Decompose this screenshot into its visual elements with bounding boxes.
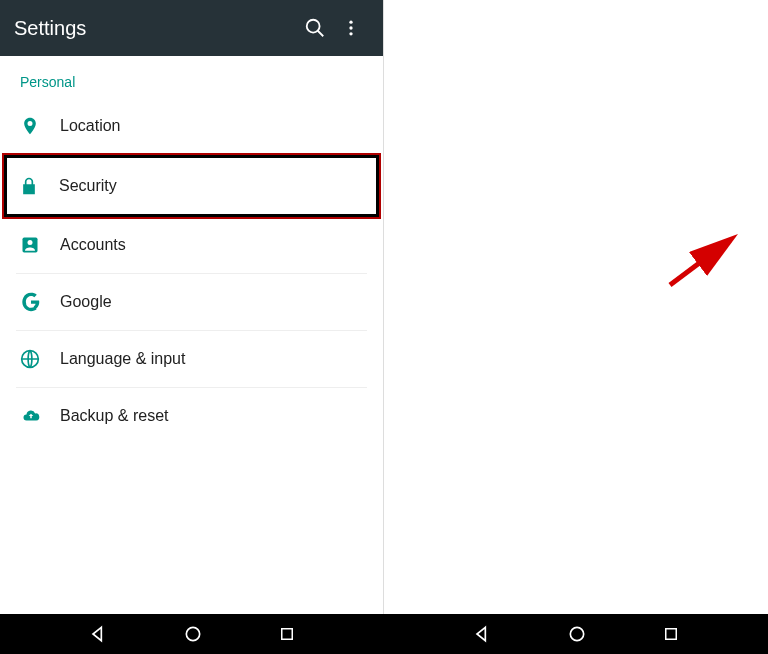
section-personal: Personal [16,56,367,98]
settings-item-language[interactable]: Language & input [16,331,367,388]
item-label: Google [60,293,363,311]
settings-item-google[interactable]: Google [16,274,367,331]
nav-bars [0,614,768,654]
cloud-icon [20,404,60,428]
location-icon [20,114,60,138]
svg-marker-12 [93,627,101,640]
search-icon[interactable] [297,10,333,46]
nav-recent-icon[interactable] [278,625,296,643]
svg-point-6 [28,240,33,245]
settings-item-location[interactable]: Location [16,98,367,155]
settings-title: Settings [14,17,86,40]
svg-marker-15 [477,627,485,640]
globe-icon [20,347,60,371]
settings-pane: Settings Personal Location [0,0,384,614]
lock-icon [19,174,59,198]
item-label: Accounts [60,236,363,254]
svg-point-3 [349,26,352,29]
nav-bar-left [0,614,384,654]
settings-item-security[interactable]: Security [15,158,368,214]
nav-home-icon[interactable] [183,624,203,644]
svg-rect-17 [666,629,677,640]
highlight-security: Security [4,155,379,217]
item-label: Location [60,117,363,135]
nav-back-icon[interactable] [472,624,492,644]
item-label: Security [59,177,364,195]
nav-back-icon[interactable] [88,624,108,644]
settings-item-backup[interactable]: Backup & reset [16,388,367,444]
google-icon [20,290,60,314]
item-label: Backup & reset [60,407,363,425]
nav-recent-icon[interactable] [662,625,680,643]
settings-list: Personal Location Security [0,56,383,614]
svg-point-13 [186,627,199,640]
item-label: Language & input [60,350,363,368]
more-icon[interactable] [333,10,369,46]
person-icon [20,233,60,257]
svg-point-16 [570,627,583,640]
svg-line-19 [670,240,730,285]
settings-toolbar: Settings [0,0,383,56]
settings-item-accounts[interactable]: Accounts [16,217,367,274]
svg-point-4 [349,32,352,35]
svg-line-1 [318,31,324,37]
svg-point-2 [349,21,352,24]
svg-rect-14 [282,629,293,640]
svg-point-0 [307,20,320,33]
nav-bar-right [384,614,768,654]
annotation-arrow-icon [660,230,750,290]
nav-home-icon[interactable] [567,624,587,644]
